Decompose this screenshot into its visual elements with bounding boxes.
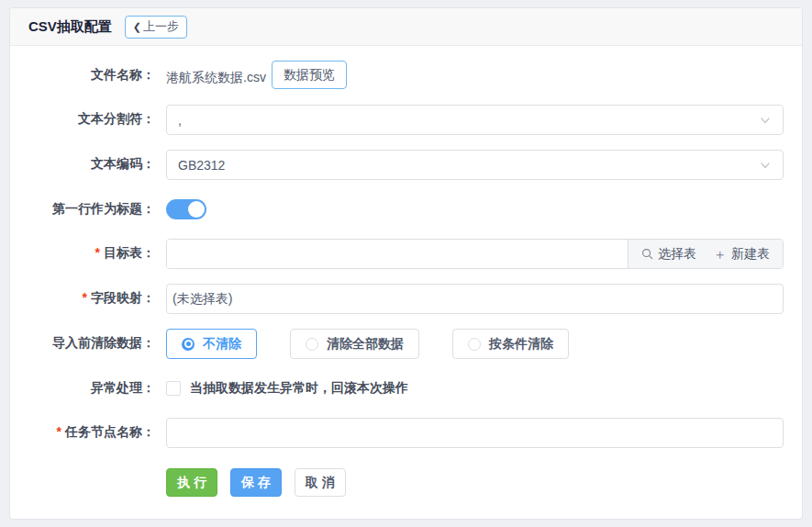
radio-unselected-icon [468,338,481,351]
data-preview-button[interactable]: 数据预览 [272,61,347,89]
toggle-knob [188,201,205,218]
radio-clear-all[interactable]: 清除全部数据 [290,329,419,359]
form-row-encoding: 文本编码： GB2312 [10,150,784,180]
checkbox-unchecked-icon [166,381,181,396]
field-mapping-box: (未选择表) [166,284,784,314]
task-node-name-input[interactable] [166,418,784,448]
back-button-label: 上一步 [143,18,179,35]
target-table-label: *目标表： [10,239,166,262]
field-mapping-value: (未选择表) [172,291,232,308]
radio-label: 按条件清除 [489,336,553,353]
file-name-value: 港航系统数据.csv [166,63,266,86]
first-row-header-toggle[interactable] [166,199,206,219]
label-text: 第一行作为标题： [52,201,155,216]
task-node-name-label: *任务节点名称： [10,418,166,441]
required-asterisk: * [57,424,61,439]
select-table-label: 选择表 [658,246,696,263]
separator-select[interactable]: , [166,105,784,135]
form-row-separator: 文本分割符： , [10,105,784,135]
required-asterisk: * [83,290,87,305]
panel-header: CSV抽取配置 ❮ 上一步 [10,8,802,46]
label-text: 导入前清除数据： [52,335,155,350]
label-text: 文件名称： [91,67,155,82]
radio-clear-by-condition[interactable]: 按条件清除 [452,329,569,359]
label-text: 字段映射： [91,290,155,305]
radio-no-clear[interactable]: 不清除 [166,329,257,359]
target-table-input[interactable] [167,240,628,268]
page-title: CSV抽取配置 [28,18,112,36]
execute-button[interactable]: 执 行 [166,468,217,497]
form-row-exception: 异常处理： 当抽取数据发生异常时，回滚本次操作 [10,374,784,403]
encoding-select[interactable]: GB2312 [166,150,784,180]
back-button[interactable]: ❮ 上一步 [125,16,187,39]
chevron-down-icon [759,159,772,172]
radio-label: 不清除 [203,336,241,353]
chevron-left-icon: ❮ [133,22,141,32]
separator-label: 文本分割符： [10,105,166,128]
new-table-button[interactable]: ＋ 新建表 [713,246,770,263]
form-row-field-mapping: *字段映射： (未选择表) [10,284,784,314]
select-table-button[interactable]: 选择表 [641,246,696,263]
form-row-file-name: 文件名称： 港航系统数据.csv 数据预览 [10,61,784,90]
csv-extract-config-panel: CSV抽取配置 ❮ 上一步 文件名称： 港航系统数据.csv 数据预览 文本分割… [9,7,803,520]
form-row-actions: 执 行 保 存 取 消 [10,463,784,497]
exception-label: 异常处理： [10,374,166,397]
encoding-selected-value: GB2312 [178,158,759,173]
form-row-first-row-header: 第一行作为标题： [10,195,784,224]
label-text: 文本编码： [91,156,155,171]
required-asterisk: * [95,245,100,260]
radio-selected-icon [182,338,195,351]
label-text: 异常处理： [91,380,155,395]
field-mapping-label: *字段映射： [10,284,166,307]
separator-selected-value: , [178,113,759,128]
search-icon [641,248,653,260]
radio-label: 清除全部数据 [327,336,404,353]
form-row-clear-data: 导入前清除数据： 不清除 清除全部数据 按条件清除 [10,329,784,359]
file-name-label: 文件名称： [10,61,166,84]
first-row-header-label: 第一行作为标题： [10,195,166,218]
clear-data-label: 导入前清除数据： [10,329,166,352]
new-table-label: 新建表 [731,246,770,263]
form-row-task-node-name: *任务节点名称： [10,418,784,448]
label-text: 文本分割符： [78,111,155,126]
plus-icon: ＋ [713,247,727,261]
label-text: 目标表： [104,245,155,260]
rollback-checkbox-label: 当抽取数据发生异常时，回滚本次操作 [190,380,408,397]
cancel-button[interactable]: 取 消 [295,468,346,497]
encoding-label: 文本编码： [10,150,166,173]
rollback-checkbox-wrap[interactable]: 当抽取数据发生异常时，回滚本次操作 [166,374,408,397]
form-body: 文件名称： 港航系统数据.csv 数据预览 文本分割符： , [10,46,802,497]
target-table-append: 选择表 ＋ 新建表 [628,240,783,268]
chevron-down-icon [759,114,772,127]
label-text: 任务节点名称： [65,424,155,439]
form-row-target-table: *目标表： 选择表 ＋ [10,239,784,269]
actions-spacer [10,463,166,469]
radio-unselected-icon [306,338,318,351]
target-table-input-group: 选择表 ＋ 新建表 [166,239,784,269]
save-button[interactable]: 保 存 [230,468,282,497]
